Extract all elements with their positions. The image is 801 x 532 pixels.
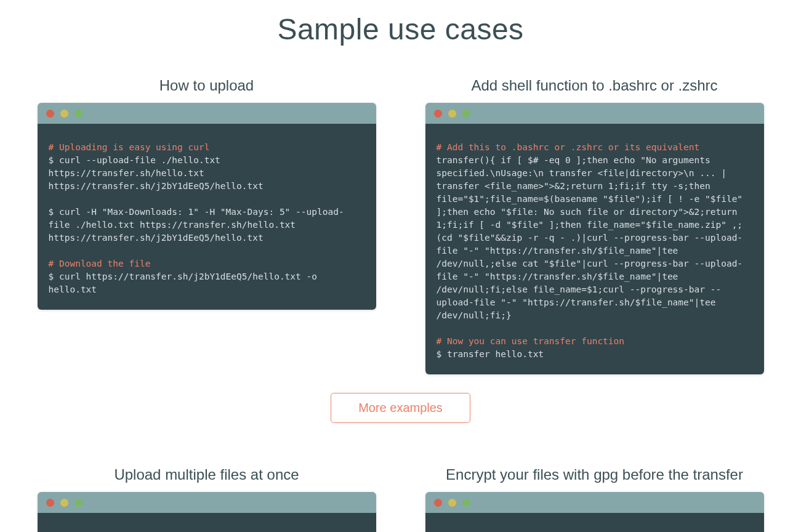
window-close-icon bbox=[46, 499, 54, 507]
window-minimize-icon bbox=[60, 499, 68, 507]
window-close-icon bbox=[46, 110, 54, 118]
terminal-window bbox=[38, 492, 376, 532]
terminal-titlebar bbox=[38, 103, 376, 124]
page-title: Sample use cases bbox=[38, 12, 764, 46]
example-encrypt-gpg: Encrypt your files with gpg before the t… bbox=[425, 460, 764, 532]
terminal-titlebar bbox=[425, 492, 764, 513]
terminal-window: # Encrypt files with password using gpg bbox=[425, 492, 764, 532]
example-title: How to upload bbox=[38, 77, 376, 94]
code-line: https://transfer.sh/j2bY1dEeQ5/hello.txt bbox=[49, 233, 264, 243]
terminal-titlebar bbox=[38, 492, 376, 513]
terminal-body: # Uploading is easy using curl $ curl --… bbox=[38, 124, 376, 310]
example-title: Add shell function to .bashrc or .zshrc bbox=[425, 77, 764, 94]
example-title: Encrypt your files with gpg before the t… bbox=[425, 466, 764, 483]
example-shell-function: Add shell function to .bashrc or .zshrc … bbox=[425, 71, 764, 374]
window-minimize-icon bbox=[448, 499, 456, 507]
code-comment: # Add this to .bashrc or .zshrc or its e… bbox=[437, 142, 700, 152]
window-close-icon bbox=[434, 110, 442, 118]
window-zoom-icon bbox=[462, 110, 470, 118]
code-line: transfer(){ if [ $# -eq 0 ];then echo "N… bbox=[437, 155, 748, 320]
example-how-to-upload: How to upload # Uploading is easy using … bbox=[38, 71, 376, 374]
code-line: $ curl --upload-file ./hello.txt https:/… bbox=[49, 155, 226, 178]
code-line: $ curl https://transfer.sh/j2bY1dEeQ5/he… bbox=[49, 272, 323, 294]
window-zoom-icon bbox=[74, 110, 83, 118]
example-title: Upload multiple files at once bbox=[38, 466, 376, 483]
code-line: https://transfer.sh/j2bY1dEeQ5/hello.txt bbox=[49, 181, 264, 191]
terminal-titlebar bbox=[425, 103, 764, 124]
window-close-icon bbox=[434, 499, 442, 507]
code-comment: # Download the file bbox=[49, 259, 151, 268]
window-minimize-icon bbox=[60, 110, 68, 118]
code-comment: # Uploading is easy using curl bbox=[49, 142, 210, 152]
window-minimize-icon bbox=[448, 110, 456, 118]
code-line: $ curl -H "Max-Downloads: 1" -H "Max-Day… bbox=[49, 207, 344, 230]
terminal-window: # Add this to .bashrc or .zshrc or its e… bbox=[425, 103, 764, 374]
window-zoom-icon bbox=[74, 499, 83, 507]
window-zoom-icon bbox=[462, 499, 470, 507]
code-comment: # Now you can use transfer function bbox=[437, 336, 625, 346]
terminal-body: # Add this to .bashrc or .zshrc or its e… bbox=[425, 124, 764, 374]
terminal-body bbox=[38, 513, 376, 532]
example-upload-multiple: Upload multiple files at once bbox=[38, 460, 376, 532]
terminal-window: # Uploading is easy using curl $ curl --… bbox=[38, 103, 376, 310]
more-examples-button[interactable]: More examples bbox=[331, 393, 470, 423]
terminal-body: # Encrypt files with password using gpg bbox=[425, 513, 764, 532]
code-line: $ transfer hello.txt bbox=[437, 349, 544, 359]
